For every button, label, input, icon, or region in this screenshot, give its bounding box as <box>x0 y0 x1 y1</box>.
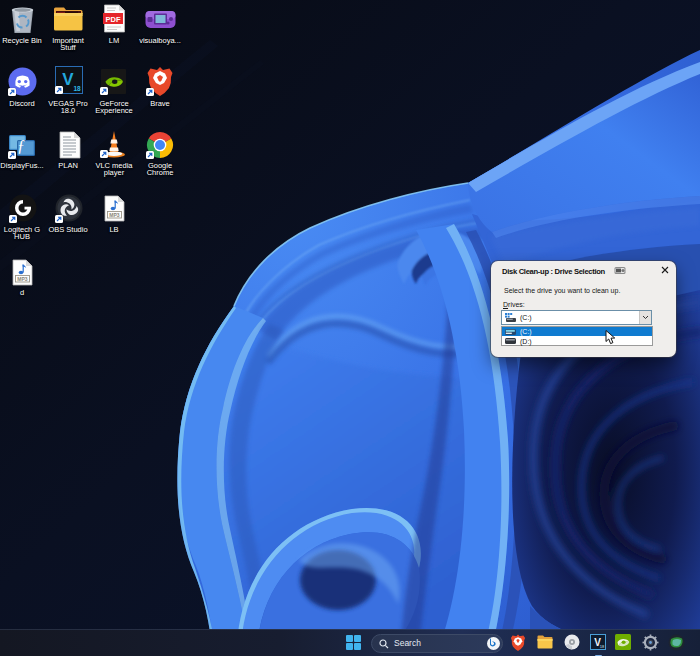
svg-text:MP3: MP3 <box>109 212 120 218</box>
svg-text:MP3: MP3 <box>17 276 28 282</box>
svg-text:18: 18 <box>600 644 605 649</box>
svg-text:ƒ: ƒ <box>17 137 25 154</box>
svg-text:18: 18 <box>73 85 81 92</box>
svg-text:PDF: PDF <box>106 15 121 24</box>
